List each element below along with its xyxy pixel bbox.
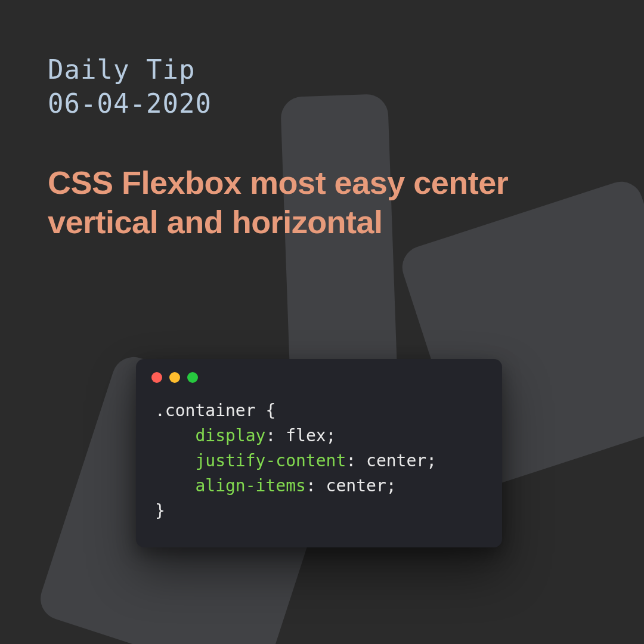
code-block: .container { display: flex; justify-cont… (136, 389, 502, 547)
maximize-icon (187, 372, 198, 383)
code-semicolon: ; (386, 476, 397, 496)
header-label: Daily Tip (48, 52, 596, 86)
header-block: Daily Tip 06-04-2020 (48, 52, 596, 120)
code-indent (155, 476, 195, 496)
header-date: 06-04-2020 (48, 86, 596, 120)
code-value: center (356, 451, 426, 470)
code-colon: : (306, 476, 316, 496)
close-icon (151, 372, 162, 383)
code-selector: .container (155, 401, 256, 420)
code-close-brace: } (155, 501, 165, 521)
code-semicolon: ; (326, 426, 336, 445)
code-colon: : (265, 426, 275, 445)
code-indent (155, 426, 195, 445)
code-value: flex (275, 426, 326, 445)
code-colon: : (346, 451, 356, 470)
code-window: .container { display: flex; justify-cont… (136, 359, 502, 547)
tip-title: CSS Flexbox most easy center vertical an… (48, 163, 596, 242)
content-area: Daily Tip 06-04-2020 CSS Flexbox most ea… (0, 0, 644, 295)
code-property: display (195, 426, 265, 445)
code-property: justify-content (195, 451, 346, 470)
code-indent (155, 451, 195, 470)
code-open-brace: { (265, 401, 275, 420)
code-property: align-items (195, 476, 305, 496)
code-value: center (316, 476, 386, 496)
window-traffic-lights (136, 359, 502, 389)
code-semicolon: ; (426, 451, 436, 470)
minimize-icon (169, 372, 180, 383)
